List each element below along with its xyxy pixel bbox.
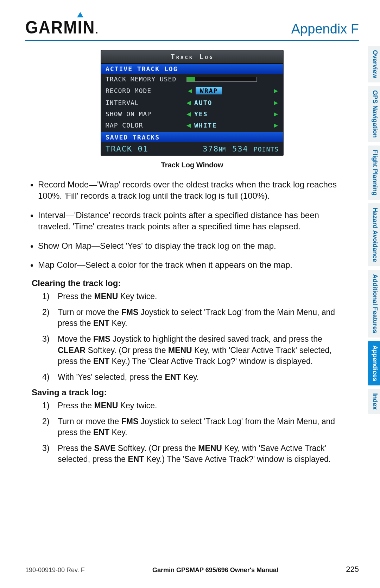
window-title: Track Log — [101, 50, 283, 64]
bullet-item: Record Mode—'Wrap' records over the olde… — [38, 179, 339, 202]
garmin-logo: GARMIN. — [25, 18, 99, 37]
row-record-mode[interactable]: RECORD MODE ◀ WRAP ▶ — [101, 84, 283, 97]
row-interval[interactable]: INTERVAL ◀ AUTO ▶ — [101, 97, 283, 108]
clear-steps: Press the MENU Key twice.Turn or move th… — [25, 291, 339, 382]
body-content: Record Mode—'Wrap' records over the olde… — [25, 179, 359, 465]
key-name: ENT — [93, 357, 109, 366]
value-interval: AUTO — [194, 99, 212, 106]
chevron-right-icon[interactable]: ▶ — [274, 121, 279, 129]
key-name: MENU — [198, 444, 222, 453]
chevron-left-icon[interactable]: ◀ — [186, 98, 191, 107]
saved-track-distance: 378 — [203, 144, 219, 153]
key-name: FMS — [121, 417, 139, 426]
label-show-on-map: SHOW ON MAP — [106, 110, 186, 118]
value-map-color: WHITE — [194, 122, 217, 129]
figure-caption: Track Log Window — [161, 161, 223, 169]
saved-track-row[interactable]: TRACK 01 378NM 534 Points — [101, 142, 283, 155]
row-map-color[interactable]: MAP COLOR ◀ WHITE ▶ — [101, 119, 283, 131]
key-name: SAVE — [94, 444, 116, 453]
page-footer: 190-00919-00 Rev. F Garmin GPSMAP 695/69… — [25, 565, 359, 574]
saved-tracks-header: SAVED TRACKS — [101, 132, 283, 142]
label-record-mode: RECORD MODE — [106, 87, 186, 94]
svg-marker-0 — [77, 12, 83, 17]
saved-track-name: TRACK 01 — [106, 144, 196, 153]
bullet-item: Map Color—Select a color for the track w… — [38, 259, 339, 271]
key-name: ENT — [93, 428, 109, 437]
chevron-right-icon[interactable]: ▶ — [274, 98, 279, 107]
tab-gps-navigation[interactable]: GPS Navigation — [368, 86, 380, 142]
bullet-item: Show On Map—Select 'Yes' to display the … — [38, 240, 339, 252]
chevron-right-icon[interactable]: ▶ — [274, 110, 279, 118]
side-tabs: Overview GPS Navigation Flight Planning … — [368, 46, 380, 414]
key-name: ENT — [93, 318, 109, 328]
page-number: 225 — [346, 565, 359, 574]
label-interval: INTERVAL — [106, 99, 186, 106]
chevron-right-icon[interactable]: ▶ — [274, 86, 279, 95]
step-item: Press the SAVE Softkey. (Or press the ME… — [42, 443, 339, 465]
bullet-item: Interval—'Distance' records track points… — [38, 210, 339, 233]
section-title: Appendix F — [291, 21, 359, 37]
label-track-memory: TRACK MEMORY USED — [106, 75, 186, 83]
step-item: Turn or move the FMS Joystick to select … — [42, 416, 339, 438]
key-name: CLEAR — [58, 346, 86, 355]
step-item: With 'Yes' selected, press the ENT Key. — [42, 372, 339, 383]
memory-meter — [186, 77, 257, 82]
saved-track-points: 534 — [232, 144, 248, 153]
key-name: MENU — [168, 346, 192, 355]
step-item: Press the MENU Key twice. — [42, 400, 339, 411]
tab-flight-planning[interactable]: Flight Planning — [368, 146, 380, 200]
screenshot-figure: Track Log ACTIVE TRACK LOG TRACK MEMORY … — [25, 50, 359, 169]
tab-appendices[interactable]: Appendices — [368, 341, 380, 385]
tab-index[interactable]: Index — [368, 389, 380, 414]
value-record-mode: WRAP — [196, 87, 222, 94]
row-show-on-map[interactable]: SHOW ON MAP ◀ YES ▶ — [101, 108, 283, 119]
revision-text: 190-00919-00 Rev. F — [25, 567, 85, 574]
chevron-left-icon[interactable]: ◀ — [186, 110, 191, 118]
key-name: FMS — [121, 308, 139, 317]
step-item: Press the MENU Key twice. — [42, 291, 339, 302]
bullet-list: Record Mode—'Wrap' records over the olde… — [25, 179, 339, 271]
manual-title: Garmin GPSMAP 695/696 Owner's Manual — [152, 567, 278, 574]
key-name: FMS — [93, 334, 110, 343]
active-track-log-header: ACTIVE TRACK LOG — [101, 64, 283, 74]
save-steps: Press the MENU Key twice.Turn or move th… — [25, 400, 339, 465]
value-show-on-map: YES — [194, 110, 208, 118]
key-name: MENU — [94, 401, 118, 410]
page-header: GARMIN. Appendix F — [25, 18, 359, 37]
track-log-window: Track Log ACTIVE TRACK LOG TRACK MEMORY … — [101, 50, 284, 156]
tab-additional-features[interactable]: Additional Features — [368, 270, 380, 338]
label-map-color: MAP COLOR — [106, 122, 186, 129]
logo-text: GARMIN. — [25, 17, 99, 37]
key-name: ENT — [128, 454, 144, 464]
row-track-memory: TRACK MEMORY USED — [101, 74, 283, 84]
heading-saving: Saving a track log: — [32, 388, 339, 397]
key-name: MENU — [94, 292, 118, 301]
step-item: Move the FMS Joystick to highlight the d… — [42, 334, 339, 366]
points-label: Points — [254, 146, 279, 153]
tab-hazard-avoidance[interactable]: Hazard Avoidance — [368, 203, 380, 266]
step-item: Turn or move the FMS Joystick to select … — [42, 307, 339, 329]
key-name: ENT — [165, 372, 181, 382]
tab-overview[interactable]: Overview — [368, 46, 380, 82]
heading-clearing: Clearing the track log: — [32, 278, 339, 288]
chevron-left-icon[interactable]: ◀ — [188, 86, 193, 95]
chevron-left-icon[interactable]: ◀ — [186, 121, 191, 129]
distance-units: NM — [219, 147, 226, 153]
header-rule — [25, 40, 359, 41]
